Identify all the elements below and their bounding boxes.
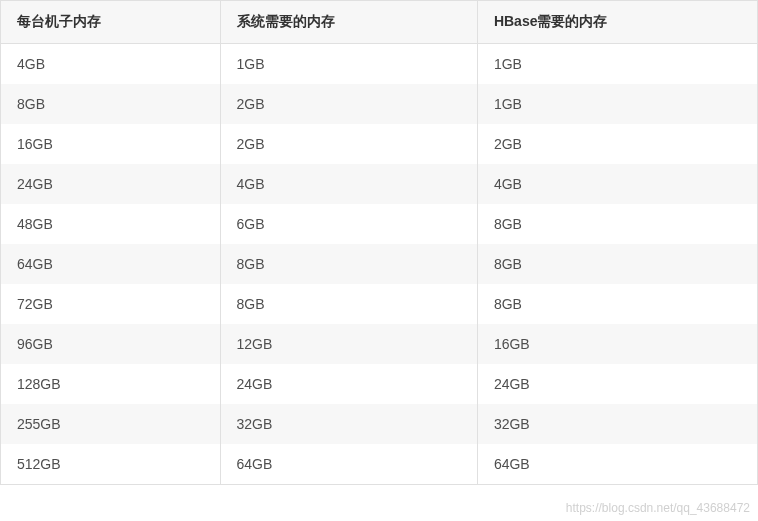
cell-machine: 8GB xyxy=(1,84,221,124)
header-system-memory: 系统需要的内存 xyxy=(220,1,477,44)
cell-system: 24GB xyxy=(220,364,477,404)
table-row: 24GB 4GB 4GB xyxy=(1,164,758,204)
cell-hbase: 8GB xyxy=(477,244,757,284)
table-row: 48GB 6GB 8GB xyxy=(1,204,758,244)
table-row: 512GB 64GB 64GB xyxy=(1,444,758,485)
header-hbase-memory: HBase需要的内存 xyxy=(477,1,757,44)
cell-machine: 512GB xyxy=(1,444,221,485)
table-row: 72GB 8GB 8GB xyxy=(1,284,758,324)
cell-hbase: 2GB xyxy=(477,124,757,164)
cell-hbase: 8GB xyxy=(477,204,757,244)
header-machine-memory: 每台机子内存 xyxy=(1,1,221,44)
table-row: 4GB 1GB 1GB xyxy=(1,44,758,85)
cell-machine: 255GB xyxy=(1,404,221,444)
table-row: 64GB 8GB 8GB xyxy=(1,244,758,284)
cell-system: 4GB xyxy=(220,164,477,204)
cell-system: 32GB xyxy=(220,404,477,444)
cell-system: 8GB xyxy=(220,244,477,284)
cell-hbase: 16GB xyxy=(477,324,757,364)
cell-system: 8GB xyxy=(220,284,477,324)
cell-system: 6GB xyxy=(220,204,477,244)
table-body: 4GB 1GB 1GB 8GB 2GB 1GB 16GB 2GB 2GB 24G… xyxy=(1,44,758,485)
cell-machine: 72GB xyxy=(1,284,221,324)
cell-machine: 128GB xyxy=(1,364,221,404)
cell-system: 2GB xyxy=(220,124,477,164)
cell-machine: 64GB xyxy=(1,244,221,284)
cell-system: 2GB xyxy=(220,84,477,124)
table-row: 128GB 24GB 24GB xyxy=(1,364,758,404)
cell-machine: 24GB xyxy=(1,164,221,204)
cell-hbase: 64GB xyxy=(477,444,757,485)
memory-table: 每台机子内存 系统需要的内存 HBase需要的内存 4GB 1GB 1GB 8G… xyxy=(0,0,758,485)
watermark: https://blog.csdn.net/qq_43688472 xyxy=(566,501,750,515)
table-row: 16GB 2GB 2GB xyxy=(1,124,758,164)
cell-system: 1GB xyxy=(220,44,477,85)
table-row: 96GB 12GB 16GB xyxy=(1,324,758,364)
cell-hbase: 24GB xyxy=(477,364,757,404)
table-row: 255GB 32GB 32GB xyxy=(1,404,758,444)
cell-hbase: 4GB xyxy=(477,164,757,204)
cell-system: 12GB xyxy=(220,324,477,364)
cell-machine: 16GB xyxy=(1,124,221,164)
table-row: 8GB 2GB 1GB xyxy=(1,84,758,124)
cell-machine: 4GB xyxy=(1,44,221,85)
cell-hbase: 32GB xyxy=(477,404,757,444)
cell-hbase: 1GB xyxy=(477,44,757,85)
cell-hbase: 8GB xyxy=(477,284,757,324)
cell-machine: 48GB xyxy=(1,204,221,244)
table-header-row: 每台机子内存 系统需要的内存 HBase需要的内存 xyxy=(1,1,758,44)
cell-machine: 96GB xyxy=(1,324,221,364)
cell-hbase: 1GB xyxy=(477,84,757,124)
cell-system: 64GB xyxy=(220,444,477,485)
